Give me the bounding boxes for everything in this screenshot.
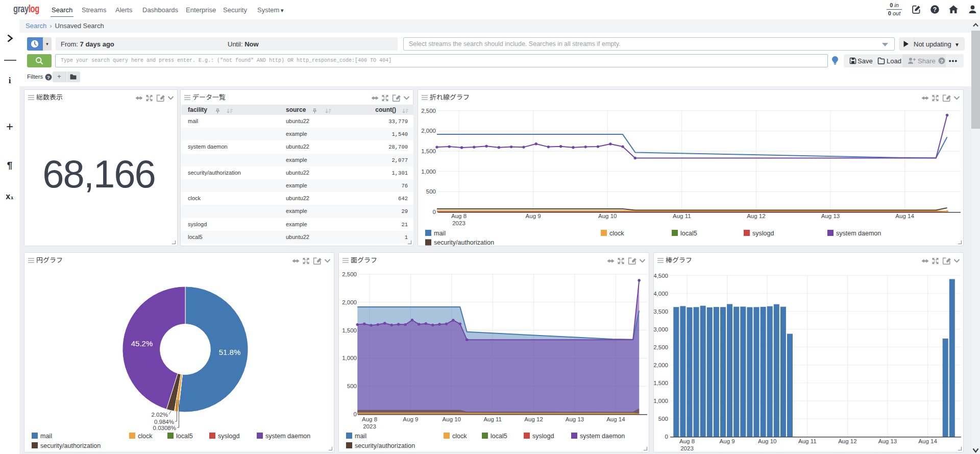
svg-text:system daemon: system daemon [265, 433, 310, 440]
svg-text:local5: local5 [176, 433, 193, 440]
svg-text:1,500: 1,500 [421, 148, 436, 154]
svg-text:syslogd: syslogd [752, 230, 774, 237]
svg-text:2,000: 2,000 [421, 128, 436, 134]
svg-text:0.984%: 0.984% [154, 419, 174, 425]
svg-text:system daemon: system daemon [580, 433, 625, 440]
svg-text:3,500: 3,500 [654, 308, 668, 315]
svg-text:security/authorization: security/authorization [40, 442, 101, 449]
svg-text:Aug 13: Aug 13 [878, 438, 897, 444]
svg-text:0: 0 [433, 209, 436, 215]
svg-text:Aug 10: Aug 10 [443, 416, 461, 422]
svg-text:0: 0 [665, 434, 668, 440]
svg-text:Aug 9: Aug 9 [403, 416, 418, 422]
svg-text:1,500: 1,500 [654, 380, 668, 386]
svg-text:syslogd: syslogd [532, 433, 554, 440]
svg-text:Aug 11: Aug 11 [483, 416, 502, 422]
svg-text:mail: mail [434, 230, 446, 237]
svg-text:security/authorization: security/authorization [434, 239, 494, 246]
svg-text:4,000: 4,000 [654, 291, 668, 297]
svg-text:2,500: 2,500 [421, 108, 436, 114]
svg-text:local5: local5 [491, 433, 507, 440]
svg-text:security/authorization: security/authorization [355, 442, 415, 449]
svg-text:Aug 8: Aug 8 [451, 213, 467, 219]
svg-text:1,000: 1,000 [421, 169, 436, 175]
svg-text:2,500: 2,500 [342, 271, 357, 277]
svg-text:mail: mail [40, 433, 52, 440]
svg-text:Aug 12: Aug 12 [838, 438, 856, 444]
svg-text:system daemon: system daemon [836, 230, 881, 237]
svg-text:clock: clock [138, 433, 153, 440]
svg-text:Aug 13: Aug 13 [821, 213, 840, 219]
svg-text:45.2%: 45.2% [131, 339, 153, 348]
svg-text:Aug 14: Aug 14 [606, 416, 625, 422]
svg-text:Aug 13: Aug 13 [566, 416, 584, 422]
svg-text:mail: mail [355, 433, 366, 440]
svg-text:?: ? [933, 6, 937, 13]
svg-text:2023: 2023 [452, 220, 465, 226]
svg-text:?: ? [940, 58, 943, 64]
svg-text:1,000: 1,000 [654, 398, 668, 404]
svg-text:Aug 10: Aug 10 [598, 213, 617, 219]
svg-text:2.02%: 2.02% [151, 412, 168, 418]
svg-text:4,500: 4,500 [654, 273, 668, 279]
svg-text:Aug 8: Aug 8 [679, 438, 695, 444]
svg-text:2023: 2023 [680, 445, 694, 451]
svg-text:1,500: 1,500 [342, 327, 357, 333]
svg-text:2023: 2023 [363, 423, 376, 429]
svg-text:500: 500 [426, 188, 436, 195]
svg-text:Aug 9: Aug 9 [526, 213, 541, 219]
svg-text:2,000: 2,000 [342, 299, 357, 305]
svg-text:Aug 14: Aug 14 [895, 213, 914, 219]
svg-text:1,000: 1,000 [342, 355, 357, 361]
svg-text:clock: clock [609, 230, 624, 237]
svg-text:2,000: 2,000 [654, 362, 668, 368]
svg-text:Aug 8: Aug 8 [362, 416, 377, 422]
svg-text:Aug 12: Aug 12 [747, 213, 765, 219]
svg-text:syslogd: syslogd [218, 433, 239, 440]
svg-text:2,500: 2,500 [654, 344, 668, 350]
svg-text:500: 500 [347, 383, 357, 389]
svg-text:local5: local5 [680, 230, 697, 237]
svg-text:clock: clock [452, 433, 467, 440]
svg-text:0: 0 [354, 411, 357, 417]
svg-text:Aug 10: Aug 10 [758, 438, 776, 444]
svg-text:Aug 11: Aug 11 [673, 213, 691, 219]
svg-text:Aug 14: Aug 14 [918, 438, 937, 444]
svg-text:?: ? [47, 75, 50, 80]
svg-text:Aug 11: Aug 11 [798, 438, 817, 444]
svg-text:0.0308%: 0.0308% [153, 425, 176, 431]
svg-text:Aug 9: Aug 9 [720, 438, 735, 444]
svg-text:Aug 12: Aug 12 [524, 416, 543, 422]
svg-text:51.8%: 51.8% [219, 348, 241, 356]
svg-text:500: 500 [658, 416, 668, 422]
svg-text:3,000: 3,000 [654, 326, 668, 332]
